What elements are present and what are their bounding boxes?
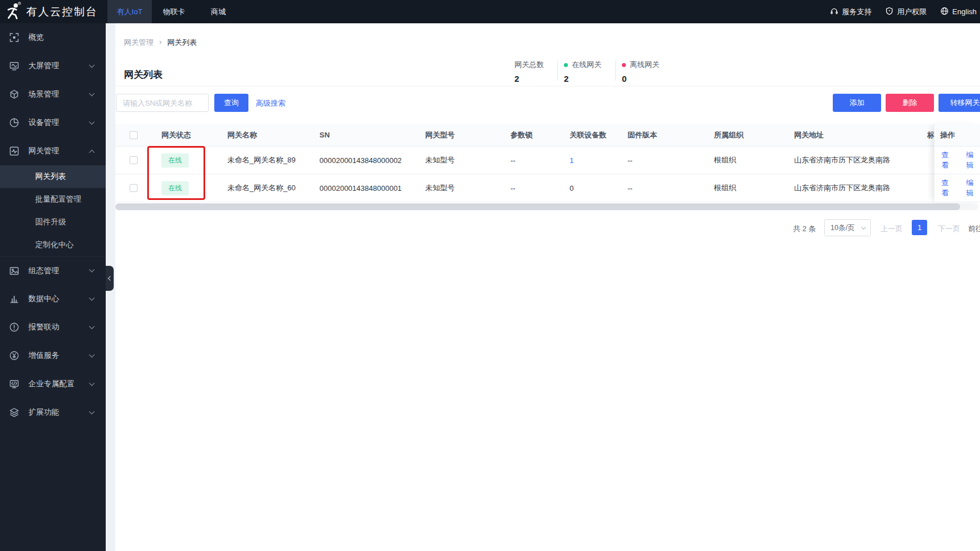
select-all-checkbox[interactable] — [130, 131, 138, 139]
chevron-down-icon — [89, 408, 95, 414]
advanced-search-link[interactable]: 高级搜索 — [256, 98, 285, 108]
top-nav-tabs: 有人IoT 物联卡 商城 — [107, 0, 240, 23]
pagination-prev[interactable]: 上一页 — [881, 224, 903, 234]
breadcrumb-parent[interactable]: 网关管理 — [124, 37, 153, 48]
sidebar-item-extensions[interactable]: 扩展功能 — [0, 398, 106, 427]
tab-iot-card[interactable]: 物联卡 — [152, 0, 196, 23]
cube-icon — [9, 89, 19, 99]
sidebar-item-screen-mgmt[interactable]: 大屏管理 — [0, 52, 106, 80]
view-link[interactable]: 查看 — [941, 178, 956, 198]
big-screen-icon — [9, 61, 19, 71]
cell-sn: 00002000143848000002 — [314, 156, 420, 165]
horizontal-scrollbar-thumb[interactable] — [115, 203, 960, 210]
transfer-gateway-button[interactable]: 转移网关 — [939, 94, 980, 112]
status-badge: 在线 — [161, 153, 189, 168]
col-header-param-lock: 参数锁 — [505, 130, 564, 140]
stat-online-value: 2 — [564, 74, 601, 84]
cell-address: 山东省济南市历下区龙奥南路 — [788, 183, 921, 193]
sidebar-item-gateway-mgmt[interactable]: 网关管理 — [0, 137, 106, 165]
stat-gateway-online: 在线网关 2 — [564, 60, 601, 84]
chevron-up-icon — [89, 149, 95, 155]
image-icon — [9, 266, 19, 276]
sidebar: 概览 大屏管理 场景管理 — [0, 23, 106, 551]
col-header-status: 网关状态 — [153, 130, 222, 140]
pagination-next[interactable]: 下一页 — [938, 224, 960, 234]
section-divider — [115, 86, 980, 86]
sidebar-collapse-handle[interactable] — [106, 266, 114, 291]
cell-model: 未知型号 — [420, 155, 505, 165]
tab-usr-iot[interactable]: 有人IoT — [107, 0, 152, 23]
col-header-linked-devices: 关联设备数 — [564, 130, 622, 140]
chevron-left-icon — [108, 276, 113, 281]
cell-org: 根组织 — [708, 155, 788, 165]
stat-total-label: 网关总数 — [514, 60, 544, 70]
horizontal-scrollbar-track[interactable] — [115, 203, 978, 210]
stat-gateway-offline: 离线网关 0 — [622, 60, 659, 84]
pagination-total: 共 2 条 — [793, 224, 816, 234]
page-size-select[interactable]: 10条/页 — [824, 219, 871, 236]
stat-online-label: 在线网关 — [572, 60, 601, 70]
delete-button[interactable]: 删除 — [886, 94, 934, 112]
col-header-org: 所属组织 — [708, 130, 788, 140]
cell-linked-devices: 0 — [564, 184, 622, 193]
layers-icon — [9, 407, 19, 418]
gateway-table: 网关状态 网关名称 SN 网关型号 参数锁 关联设备数 固件版本 所属组织 网关… — [115, 124, 980, 202]
search-input[interactable] — [116, 94, 209, 112]
row-checkbox[interactable] — [130, 184, 138, 192]
sidebar-subitem-firmware-upgrade[interactable]: 固件升级 — [0, 211, 106, 233]
col-header-sn: SN — [314, 131, 420, 139]
gateway-list-page: R 有人云控制台 有人IoT 物联卡 商城 服务支持 — [0, 0, 980, 551]
edit-link[interactable]: 编辑 — [966, 178, 980, 198]
view-link[interactable]: 查看 — [941, 150, 956, 170]
sidebar-item-hmi-mgmt[interactable]: 组态管理 — [0, 256, 106, 285]
cell-param-lock: -- — [505, 156, 564, 165]
cell-address: 山东省济南市历下区龙奥南路 — [788, 155, 921, 165]
sidebar-subitem-gateway-list[interactable]: 网关列表 — [0, 165, 106, 188]
add-button[interactable]: 添加 — [833, 94, 881, 112]
cell-gateway-name: 未命名_网关名称_89 — [222, 155, 314, 165]
cell-firmware: -- — [622, 184, 708, 193]
topbar-right: 服务支持 用户权限 E — [830, 0, 977, 23]
chevron-down-icon — [89, 90, 95, 96]
service-support-link[interactable]: 服务支持 — [830, 7, 871, 17]
brand-logo[interactable]: R 有人云控制台 — [0, 2, 106, 22]
chevron-down-icon — [89, 380, 95, 386]
breadcrumb: 网关管理 › 网关列表 — [124, 37, 197, 48]
sidebar-item-enterprise-config[interactable]: 企业专属配置 — [0, 370, 106, 398]
table-header-row: 网关状态 网关名称 SN 网关型号 参数锁 关联设备数 固件版本 所属组织 网关… — [115, 124, 980, 147]
brand-title: 有人云控制台 — [26, 5, 98, 19]
row-actions: 查看 编辑 — [935, 174, 980, 202]
chevron-down-icon — [89, 267, 95, 273]
sidebar-item-value-added-services[interactable]: 增值服务 — [0, 341, 106, 370]
col-header-model: 网关型号 — [420, 130, 505, 140]
row-checkbox[interactable] — [130, 156, 138, 164]
sidebar-item-device-mgmt[interactable]: 设备管理 — [0, 108, 106, 137]
table-row: 在线 未命名_网关名称_89 00002000143848000002 未知型号… — [115, 147, 980, 174]
sidebar-item-overview[interactable]: 概览 — [0, 23, 106, 52]
edit-link[interactable]: 编辑 — [966, 150, 980, 170]
sidebar-item-scene-mgmt[interactable]: 场景管理 — [0, 80, 106, 108]
cell-sn: 00002000143848000001 — [314, 184, 420, 193]
code-monitor-icon — [9, 379, 19, 389]
sidebar-subitem-customization-center[interactable]: 定制化中心 — [0, 233, 106, 256]
stat-offline-label: 离线网关 — [630, 60, 659, 70]
cell-gateway-name: 未命名_网关名称_60 — [222, 183, 314, 193]
sidebar-item-data-center[interactable]: 数据中心 — [0, 285, 106, 313]
tab-mall[interactable]: 商城 — [196, 0, 240, 23]
sidebar-item-alarm-linkage[interactable]: 报警联动 — [0, 313, 106, 341]
status-badge: 在线 — [161, 181, 189, 195]
linked-devices-link[interactable]: 1 — [570, 156, 574, 165]
pagination-page-1[interactable]: 1 — [912, 220, 927, 235]
stat-offline-value: 0 — [622, 74, 659, 84]
cell-param-lock: -- — [505, 184, 564, 193]
alert-circle-icon — [9, 322, 19, 332]
topbar: R 有人云控制台 有人IoT 物联卡 商城 服务支持 — [0, 0, 980, 23]
bar-chart-icon — [9, 294, 19, 304]
language-switch[interactable]: English — [940, 7, 977, 17]
headset-icon — [830, 7, 838, 17]
pagination-goto: 前往 — [968, 224, 980, 234]
user-permission-link[interactable]: 用户权限 — [885, 7, 927, 17]
sidebar-subitem-batch-config[interactable]: 批量配置管理 — [0, 188, 106, 211]
query-button[interactable]: 查询 — [214, 94, 248, 112]
offline-dot-icon — [622, 63, 626, 67]
